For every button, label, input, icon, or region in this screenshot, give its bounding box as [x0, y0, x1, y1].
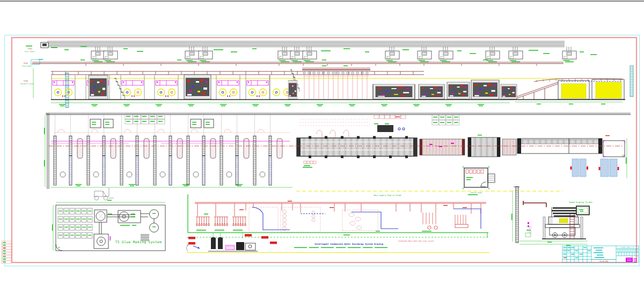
steam-main-label: Main Supply Pipe of Steam	[374, 194, 401, 196]
steam-main-pipe	[195, 202, 486, 203]
revision-table	[2, 241, 11, 264]
drying-section	[302, 65, 370, 99]
steam-trap-group	[196, 217, 210, 226]
condensate-recovery-unit	[186, 233, 277, 251]
glue-unit-plan	[299, 115, 406, 137]
zone-label-1: Power Supply	[25, 51, 35, 53]
zone-label-2: Steam Supply	[22, 65, 32, 67]
pallets-plan	[570, 159, 619, 177]
glue-system-title: T5 Glue Making System	[115, 240, 162, 244]
side-accessories	[525, 222, 531, 237]
starch-bag-grid	[58, 208, 92, 238]
speed-display-section: Speed Display Screen	[511, 187, 592, 246]
cabinet-grid	[125, 114, 165, 124]
plan-view: Control Room	[44, 113, 631, 195]
drawing-number: KJ250-2500-2-0	[621, 246, 634, 249]
forklift	[93, 188, 114, 200]
cutoff-knife	[471, 80, 499, 99]
side-elevation-view	[51, 65, 633, 107]
cabinet-grid	[432, 115, 459, 125]
roll-stands-side	[52, 75, 294, 99]
splicer-plan-boxes	[90, 119, 113, 128]
plan-roll-stand	[54, 114, 83, 185]
condensate-title: Intelligent Condensate Water Discharge S…	[314, 243, 383, 245]
right-wall-ladder	[630, 65, 633, 97]
pump-cluster	[422, 213, 437, 231]
speed-display-board	[576, 206, 589, 215]
splicer-machine	[184, 75, 211, 99]
zone-code-2: 5143	[24, 62, 28, 64]
slitter-scorer	[373, 84, 415, 99]
access-ladder	[570, 214, 574, 238]
approval-code: TB.DA.KEB	[599, 260, 608, 262]
board-stack	[596, 82, 621, 98]
margin-zone-labels: 5141 Power Supply 5143 Steam Supply 5148…	[20, 46, 43, 98]
dim-cluster	[303, 161, 316, 167]
speed-screen-label: Speed Display Screen	[569, 201, 592, 203]
splicer-machine	[89, 75, 108, 99]
company-stamp	[626, 258, 637, 262]
stacker-section	[517, 65, 633, 99]
stairs	[114, 78, 125, 99]
glue-making-system: T5 Glue Making System	[52, 188, 165, 251]
condensate-lines	[252, 207, 481, 230]
zone-label-3: Equipment Layout	[20, 83, 34, 85]
drawing-canvas: 5141 Power Supply 5143 Steam Supply 5148…	[0, 0, 644, 299]
wall-section	[516, 187, 518, 243]
splicer-plan-boxes	[191, 119, 214, 128]
dimension-row	[51, 102, 623, 106]
knife-plan	[468, 137, 500, 157]
cable-tray-bus	[41, 41, 597, 62]
steam-piping-diagram: Main Supply Pipe of Steam	[186, 194, 489, 253]
double-backer-plan	[297, 136, 417, 158]
zone-code-3: 5148	[24, 80, 28, 82]
control-box	[91, 47, 105, 62]
cad-drawing-sheet: 5141 Power Supply 5143 Steam Supply 5148…	[0, 0, 644, 299]
condensate-pipe-label: Condensate Water Main Pipe Lower Ground	[398, 240, 434, 242]
overhead-rail	[523, 201, 546, 207]
zone-code-1: 5141	[28, 48, 32, 50]
control-room-label: Control Room	[470, 192, 482, 194]
board-stack	[561, 84, 586, 98]
control-room: Control Room	[462, 166, 495, 195]
title-block: KJ250-2500-2-0 TB.DA.KEB	[562, 246, 639, 262]
